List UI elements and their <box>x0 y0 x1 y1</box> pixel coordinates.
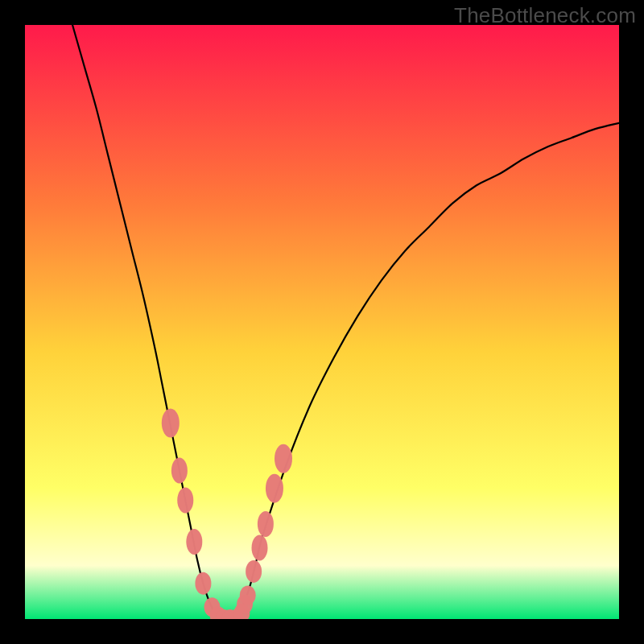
curve-marker <box>162 408 180 437</box>
curve-marker <box>186 529 202 555</box>
curve-marker <box>252 535 268 560</box>
plot-area <box>25 25 619 619</box>
curve-marker <box>266 474 283 503</box>
watermark-text: TheBottleneck.com <box>454 3 636 28</box>
curve-marker <box>195 572 211 595</box>
curve-marker <box>171 458 188 484</box>
curve-marker <box>177 487 193 513</box>
curve-marker <box>275 444 292 473</box>
curve-marker <box>246 560 262 583</box>
curve-marker <box>258 511 274 537</box>
curve-marker <box>240 585 256 605</box>
chart-svg <box>25 25 619 619</box>
chart-frame: TheBottleneck.com <box>0 0 644 644</box>
gradient-background <box>25 25 619 619</box>
